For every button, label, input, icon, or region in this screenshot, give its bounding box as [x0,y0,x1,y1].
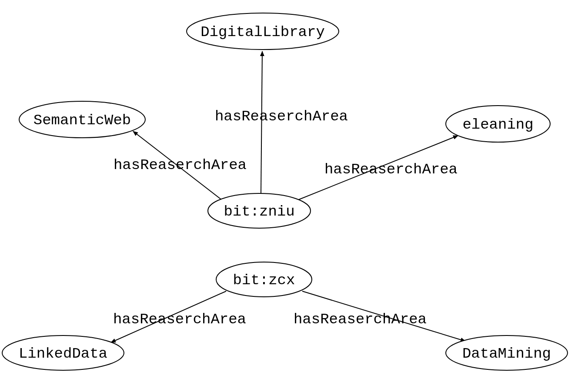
node-semanticweb: SemanticWeb [19,101,145,138]
node-label-semanticweb: SemanticWeb [33,112,131,129]
node-label-digitallibrary: DigitalLibrary [200,24,325,40]
nodes-group: DigitalLibrary SemanticWeb eleaning bit:… [2,13,568,370]
node-datamining: DataMining [446,335,568,370]
node-linkeddata: LinkedData [2,335,124,370]
node-bit-zcx: bit:zcx [216,262,312,297]
rdf-graph-diagram: hasReaserchArea hasReaserchArea hasRease… [0,0,588,372]
node-label-datamining: DataMining [462,345,551,362]
edge-label-zcx-datamining: hasReaserchArea [294,311,427,328]
node-label-bit-zcx: bit:zcx [233,272,295,289]
edge-label-zniu-digitallibrary: hasReaserchArea [215,108,348,125]
node-eleaning: eleaning [446,106,550,142]
node-digitallibrary: DigitalLibrary [187,13,339,50]
node-label-eleaning: eleaning [462,116,533,133]
node-bit-zniu: bit:zniu [208,193,311,228]
node-label-linkeddata: LinkedData [19,345,107,362]
edge-label-zniu-semanticweb: hasReaserchArea [114,157,247,173]
edge-label-zniu-eleaning: hasReaserchArea [324,161,458,178]
node-label-bit-zniu: bit:zniu [224,203,294,220]
edge-label-zcx-linkeddata: hasReaserchArea [113,311,246,328]
